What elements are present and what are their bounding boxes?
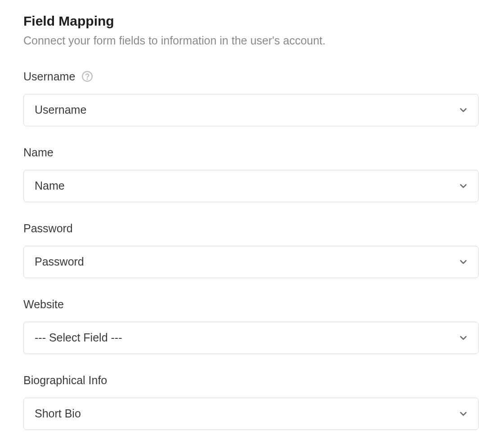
help-icon[interactable] — [81, 71, 93, 82]
field-group-bio: Biographical Info Short Bio — [23, 374, 479, 430]
select-wrapper: Name — [23, 170, 479, 202]
field-group-username: Username Username — [23, 70, 479, 126]
field-label-row: Password — [23, 222, 479, 235]
field-label-name: Name — [23, 146, 54, 159]
section-title: Field Mapping — [23, 13, 479, 29]
field-group-website: Website --- Select Field --- — [23, 298, 479, 354]
select-value: Name — [35, 179, 65, 192]
section-description: Connect your form fields to information … — [23, 33, 479, 49]
select-value: Password — [35, 255, 84, 268]
username-select[interactable]: Username — [23, 94, 479, 126]
select-wrapper: --- Select Field --- — [23, 322, 479, 354]
field-label-row: Name — [23, 146, 479, 159]
bio-select[interactable]: Short Bio — [23, 398, 479, 430]
select-wrapper: Password — [23, 246, 479, 278]
field-label-row: Website — [23, 298, 479, 311]
field-label-bio: Biographical Info — [23, 374, 107, 387]
field-label-row: Username — [23, 70, 479, 83]
field-group-name: Name Name — [23, 146, 479, 202]
field-label-password: Password — [23, 222, 73, 235]
field-label-username: Username — [23, 70, 75, 83]
field-group-password: Password Password — [23, 222, 479, 278]
password-select[interactable]: Password — [23, 246, 479, 278]
select-value: Username — [35, 103, 86, 116]
field-label-row: Biographical Info — [23, 374, 479, 387]
field-label-website: Website — [23, 298, 64, 311]
website-select[interactable]: --- Select Field --- — [23, 322, 479, 354]
name-select[interactable]: Name — [23, 170, 479, 202]
select-wrapper: Short Bio — [23, 398, 479, 430]
svg-point-1 — [87, 79, 88, 80]
select-wrapper: Username — [23, 94, 479, 126]
select-value: Short Bio — [35, 407, 81, 420]
select-value: --- Select Field --- — [35, 331, 122, 344]
